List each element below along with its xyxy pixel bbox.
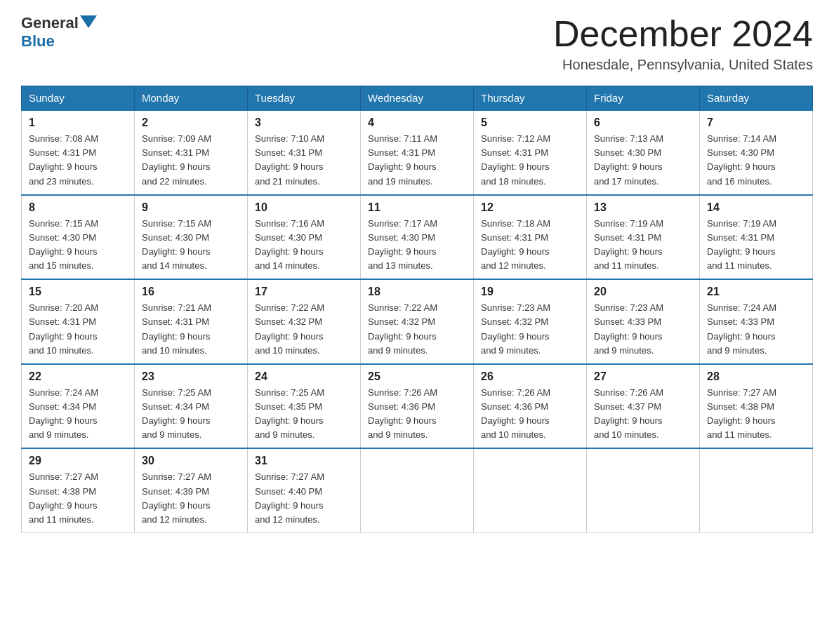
table-row: 9 Sunrise: 7:15 AMSunset: 4:30 PMDayligh… [135, 195, 248, 280]
table-row: 21 Sunrise: 7:24 AMSunset: 4:33 PMDaylig… [700, 279, 813, 364]
day-number: 5 [481, 116, 579, 129]
day-info: Sunrise: 7:11 AMSunset: 4:31 PMDaylight:… [368, 133, 437, 186]
table-row: 14 Sunrise: 7:19 AMSunset: 4:31 PMDaylig… [700, 195, 813, 280]
table-row: 27 Sunrise: 7:26 AMSunset: 4:37 PMDaylig… [587, 364, 700, 449]
day-number: 3 [255, 116, 353, 129]
day-info: Sunrise: 7:19 AMSunset: 4:31 PMDaylight:… [707, 218, 776, 271]
day-info: Sunrise: 7:24 AMSunset: 4:34 PMDaylight:… [29, 387, 98, 440]
day-info: Sunrise: 7:23 AMSunset: 4:33 PMDaylight:… [594, 302, 663, 355]
table-row: 2 Sunrise: 7:09 AMSunset: 4:31 PMDayligh… [135, 110, 248, 195]
calendar-header: Sunday Monday Tuesday Wednesday Thursday… [22, 86, 813, 111]
day-number: 17 [255, 286, 353, 298]
day-info: Sunrise: 7:13 AMSunset: 4:30 PMDaylight:… [594, 133, 663, 186]
day-number: 1 [29, 116, 127, 129]
day-number: 19 [481, 286, 579, 298]
day-info: Sunrise: 7:08 AMSunset: 4:31 PMDaylight:… [29, 133, 98, 186]
table-row: 29 Sunrise: 7:27 AMSunset: 4:38 PMDaylig… [22, 448, 135, 532]
table-row: 18 Sunrise: 7:22 AMSunset: 4:32 PMDaylig… [361, 279, 474, 364]
day-number: 7 [707, 116, 805, 129]
day-number: 23 [142, 370, 240, 383]
table-row: 6 Sunrise: 7:13 AMSunset: 4:30 PMDayligh… [587, 110, 700, 195]
day-number: 9 [142, 201, 240, 214]
col-wednesday: Wednesday [361, 86, 474, 111]
day-number: 13 [594, 201, 692, 214]
day-info: Sunrise: 7:14 AMSunset: 4:30 PMDaylight:… [707, 133, 776, 186]
day-info: Sunrise: 7:26 AMSunset: 4:36 PMDaylight:… [368, 387, 437, 440]
day-number: 25 [368, 370, 466, 383]
day-number: 31 [255, 455, 353, 467]
day-number: 12 [481, 201, 579, 214]
table-row: 19 Sunrise: 7:23 AMSunset: 4:32 PMDaylig… [474, 279, 587, 364]
page-header: General Blue December 2024 Honesdale, Pe… [21, 14, 813, 73]
table-row [361, 448, 474, 532]
day-info: Sunrise: 7:15 AMSunset: 4:30 PMDaylight:… [29, 218, 98, 271]
day-info: Sunrise: 7:17 AMSunset: 4:30 PMDaylight:… [368, 218, 437, 271]
day-number: 24 [255, 370, 353, 383]
table-row: 28 Sunrise: 7:27 AMSunset: 4:38 PMDaylig… [700, 364, 813, 449]
calendar-body: 1 Sunrise: 7:08 AMSunset: 4:31 PMDayligh… [22, 110, 813, 532]
day-number: 22 [29, 370, 127, 383]
table-row: 4 Sunrise: 7:11 AMSunset: 4:31 PMDayligh… [361, 110, 474, 195]
day-info: Sunrise: 7:25 AMSunset: 4:34 PMDaylight:… [142, 387, 211, 440]
col-thursday: Thursday [474, 86, 587, 111]
day-info: Sunrise: 7:12 AMSunset: 4:31 PMDaylight:… [481, 133, 550, 186]
calendar-subtitle: Honesdale, Pennsylvania, United States [553, 57, 813, 73]
day-info: Sunrise: 7:22 AMSunset: 4:32 PMDaylight:… [368, 302, 437, 355]
day-number: 14 [707, 201, 805, 214]
table-row: 10 Sunrise: 7:16 AMSunset: 4:30 PMDaylig… [248, 195, 361, 280]
table-row: 15 Sunrise: 7:20 AMSunset: 4:31 PMDaylig… [22, 279, 135, 364]
day-info: Sunrise: 7:23 AMSunset: 4:32 PMDaylight:… [481, 302, 550, 355]
table-row: 30 Sunrise: 7:27 AMSunset: 4:39 PMDaylig… [135, 448, 248, 532]
day-info: Sunrise: 7:25 AMSunset: 4:35 PMDaylight:… [255, 387, 324, 440]
table-row: 20 Sunrise: 7:23 AMSunset: 4:33 PMDaylig… [587, 279, 700, 364]
day-number: 15 [29, 286, 127, 298]
col-friday: Friday [587, 86, 700, 111]
table-row: 17 Sunrise: 7:22 AMSunset: 4:32 PMDaylig… [248, 279, 361, 364]
day-info: Sunrise: 7:27 AMSunset: 4:38 PMDaylight:… [29, 471, 98, 524]
table-row: 16 Sunrise: 7:21 AMSunset: 4:31 PMDaylig… [135, 279, 248, 364]
day-info: Sunrise: 7:26 AMSunset: 4:36 PMDaylight:… [481, 387, 550, 440]
table-row: 22 Sunrise: 7:24 AMSunset: 4:34 PMDaylig… [22, 364, 135, 449]
table-row: 5 Sunrise: 7:12 AMSunset: 4:31 PMDayligh… [474, 110, 587, 195]
table-row [700, 448, 813, 532]
calendar-title: December 2024 [553, 14, 813, 54]
calendar-week-row: 8 Sunrise: 7:15 AMSunset: 4:30 PMDayligh… [22, 195, 813, 280]
day-number: 10 [255, 201, 353, 214]
col-tuesday: Tuesday [248, 86, 361, 111]
table-row [587, 448, 700, 532]
calendar-table: Sunday Monday Tuesday Wednesday Thursday… [21, 86, 813, 533]
logo-triangle-icon [80, 15, 97, 28]
header-row: Sunday Monday Tuesday Wednesday Thursday… [22, 86, 813, 111]
table-row [474, 448, 587, 532]
table-row: 13 Sunrise: 7:19 AMSunset: 4:31 PMDaylig… [587, 195, 700, 280]
day-number: 28 [707, 370, 805, 383]
day-info: Sunrise: 7:16 AMSunset: 4:30 PMDaylight:… [255, 218, 324, 271]
day-number: 29 [29, 455, 127, 467]
day-number: 30 [142, 455, 240, 467]
day-info: Sunrise: 7:15 AMSunset: 4:30 PMDaylight:… [142, 218, 211, 271]
title-block: December 2024 Honesdale, Pennsylvania, U… [553, 14, 813, 73]
day-number: 8 [29, 201, 127, 214]
day-info: Sunrise: 7:27 AMSunset: 4:38 PMDaylight:… [707, 387, 776, 440]
day-number: 16 [142, 286, 240, 298]
day-info: Sunrise: 7:21 AMSunset: 4:31 PMDaylight:… [142, 302, 211, 355]
calendar-week-row: 15 Sunrise: 7:20 AMSunset: 4:31 PMDaylig… [22, 279, 813, 364]
table-row: 26 Sunrise: 7:26 AMSunset: 4:36 PMDaylig… [474, 364, 587, 449]
day-info: Sunrise: 7:24 AMSunset: 4:33 PMDaylight:… [707, 302, 776, 355]
day-info: Sunrise: 7:22 AMSunset: 4:32 PMDaylight:… [255, 302, 324, 355]
col-sunday: Sunday [22, 86, 135, 111]
calendar-week-row: 29 Sunrise: 7:27 AMSunset: 4:38 PMDaylig… [22, 448, 813, 532]
logo-general-text: General [21, 14, 79, 32]
day-number: 27 [594, 370, 692, 383]
table-row: 24 Sunrise: 7:25 AMSunset: 4:35 PMDaylig… [248, 364, 361, 449]
day-number: 6 [594, 116, 692, 129]
day-number: 21 [707, 286, 805, 298]
col-saturday: Saturday [700, 86, 813, 111]
table-row: 23 Sunrise: 7:25 AMSunset: 4:34 PMDaylig… [135, 364, 248, 449]
table-row: 3 Sunrise: 7:10 AMSunset: 4:31 PMDayligh… [248, 110, 361, 195]
day-info: Sunrise: 7:27 AMSunset: 4:39 PMDaylight:… [142, 471, 211, 524]
table-row: 1 Sunrise: 7:08 AMSunset: 4:31 PMDayligh… [22, 110, 135, 195]
day-info: Sunrise: 7:09 AMSunset: 4:31 PMDaylight:… [142, 133, 211, 186]
table-row: 25 Sunrise: 7:26 AMSunset: 4:36 PMDaylig… [361, 364, 474, 449]
table-row: 12 Sunrise: 7:18 AMSunset: 4:31 PMDaylig… [474, 195, 587, 280]
